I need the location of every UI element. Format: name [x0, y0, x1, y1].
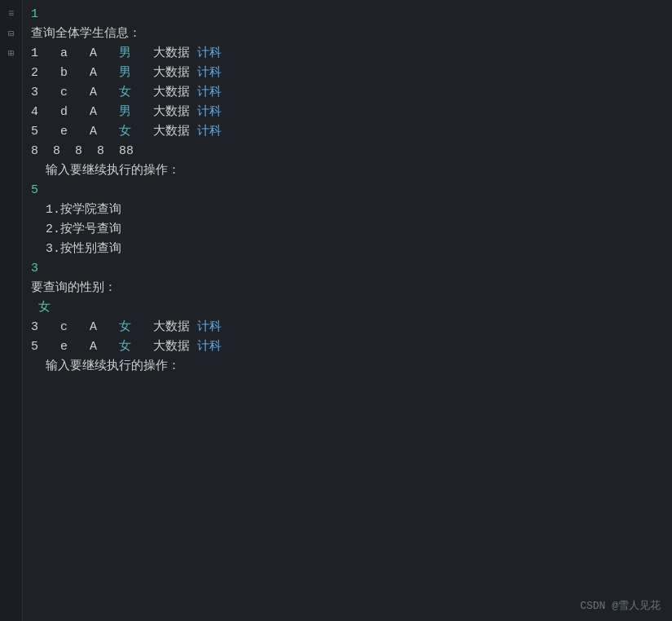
input-3-value: 3	[31, 259, 38, 279]
menu-item-1-text: 1.按学院查询	[31, 200, 121, 220]
student-row-3: 3 c A 女 大数据 计科	[31, 83, 664, 103]
input-gender-value: 女	[31, 298, 51, 318]
line-number-1: 1	[31, 5, 38, 24]
query-gender-label: 要查询的性别：	[31, 279, 664, 298]
student-row-5: 5 e A 女 大数据 计科	[31, 122, 664, 142]
watermark: CSDN @雪人见花	[580, 598, 661, 613]
terminal-output: 1 查询全体学生信息： 1 a A 男 大数据 计科 2 b A 男 大数据 计…	[23, 0, 672, 621]
menu-item-3: 3.按性别查询	[31, 240, 664, 259]
student-row-1: 1 a A 男 大数据 计科	[31, 44, 664, 64]
input-5-value: 5	[31, 181, 38, 200]
input-gender-row: 女	[31, 298, 664, 318]
student-row-4: 4 d A 男 大数据 计科	[31, 103, 664, 122]
line-number-row: 1	[31, 5, 664, 24]
menu-item-2-text: 2.按学号查询	[31, 220, 121, 240]
prompt-continue-text-2: 输入要继续执行的操作：	[31, 357, 180, 377]
prompt-continue-2: 输入要继续执行的操作：	[31, 357, 664, 377]
filtered-student-row-1: 3 c A 女 大数据 计科	[31, 318, 664, 337]
query-all-label: 查询全体学生信息：	[31, 24, 664, 44]
student-row-2: 2 b A 男 大数据 计科	[31, 64, 664, 83]
prompt-continue-1: 输入要继续执行的操作：	[31, 161, 664, 181]
menu-icon[interactable]: ≡	[4, 7, 19, 21]
count-text: 8 8 8 8 88	[31, 142, 134, 161]
input-5-row: 5	[31, 181, 664, 200]
menu-item-3-text: 3.按性别查询	[31, 240, 121, 259]
input-3-row: 3	[31, 259, 664, 279]
plus-icon[interactable]: ⊞	[4, 46, 19, 60]
query-all-text: 查询全体学生信息：	[31, 24, 141, 44]
query-gender-text: 要查询的性别：	[31, 279, 116, 298]
menu-item-2: 2.按学号查询	[31, 220, 664, 240]
menu-item-1: 1.按学院查询	[31, 200, 664, 220]
count-row: 8 8 8 8 88	[31, 142, 664, 161]
sidebar: ≡ ⊟ ⊞	[0, 0, 23, 621]
filtered-student-row-2: 5 e A 女 大数据 计科	[31, 337, 664, 357]
minus-icon[interactable]: ⊟	[4, 26, 19, 41]
prompt-continue-text-1: 输入要继续执行的操作：	[31, 161, 180, 181]
